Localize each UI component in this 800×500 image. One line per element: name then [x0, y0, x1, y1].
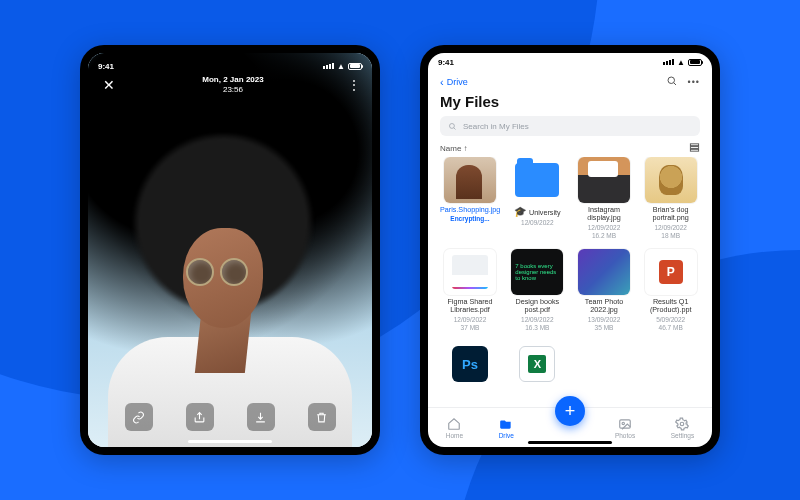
- file-item[interactable]: Figma Shared Libraries.pdf 12/09/2022 37…: [440, 249, 500, 335]
- folder-icon: [511, 157, 563, 203]
- tab-settings[interactable]: Settings: [671, 417, 695, 439]
- files-screen: 9:41 ▲ ‹ Drive ••• My Files: [428, 53, 712, 447]
- tab-photos[interactable]: Photos: [615, 417, 635, 439]
- tab-bar: Home Drive Photos Settings +: [428, 407, 712, 447]
- tablet-files-app: 9:41 ▲ ‹ Drive ••• My Files: [420, 45, 720, 455]
- wifi-icon: ▲: [337, 62, 345, 71]
- sort-button[interactable]: Name ↑: [440, 144, 468, 153]
- svg-rect-4: [690, 149, 698, 151]
- download-icon[interactable]: [247, 403, 275, 431]
- share-icon[interactable]: [186, 403, 214, 431]
- status-time: 9:41: [98, 62, 114, 71]
- wifi-icon: ▲: [677, 58, 685, 67]
- file-thumbnail: [645, 157, 697, 203]
- file-item[interactable]: Paris.Shopping.jpg Encrypting...: [440, 157, 500, 243]
- file-item[interactable]: P Results Q1 (Product).ppt 5/09/2022 46.…: [641, 249, 700, 335]
- search-icon: [448, 122, 457, 131]
- photoshop-icon: Ps: [452, 346, 488, 382]
- file-thumbnail: [578, 249, 630, 295]
- link-icon[interactable]: [125, 403, 153, 431]
- excel-icon: X: [519, 346, 555, 382]
- powerpoint-icon: P: [659, 260, 683, 284]
- page-title: My Files: [440, 93, 700, 110]
- fab-add-button[interactable]: +: [555, 396, 585, 426]
- home-icon: [447, 417, 461, 431]
- back-label: Drive: [447, 77, 468, 87]
- search-input[interactable]: Search in My Files: [440, 116, 700, 136]
- more-icon[interactable]: •••: [688, 77, 700, 87]
- file-thumbnail: 7 books every designer needs to know: [511, 249, 563, 295]
- file-thumbnail: P: [645, 249, 697, 295]
- file-item[interactable]: 7 books every designer needs to know Des…: [508, 249, 567, 335]
- svg-rect-2: [690, 144, 698, 146]
- file-item[interactable]: Ps: [440, 341, 500, 407]
- status-bar: 9:41 ▲: [428, 53, 712, 71]
- signal-icon: [323, 63, 334, 69]
- folder-item[interactable]: 🎓University 12/09/2022: [508, 157, 567, 243]
- file-thumbnail: X: [511, 341, 563, 387]
- search-icon[interactable]: [666, 75, 678, 89]
- trash-icon[interactable]: [308, 403, 336, 431]
- file-item[interactable]: Brian's dog portrait.png 12/09/2022 18 M…: [641, 157, 700, 243]
- gear-icon: [675, 417, 689, 431]
- svg-point-7: [681, 422, 685, 426]
- svg-point-6: [622, 422, 624, 424]
- svg-rect-3: [690, 147, 698, 149]
- graduation-cap-icon: 🎓: [514, 206, 526, 217]
- battery-icon: [688, 59, 702, 66]
- view-toggle-icon[interactable]: [689, 142, 700, 155]
- file-thumbnail: [578, 157, 630, 203]
- tab-drive[interactable]: Drive: [499, 417, 514, 439]
- arrow-up-icon: ↑: [464, 144, 468, 153]
- file-item[interactable]: Instagram display.jpg 12/09/2022 16.2 MB: [575, 157, 634, 243]
- chevron-left-icon: ‹: [440, 76, 444, 88]
- more-icon[interactable]: ⋮: [348, 78, 360, 92]
- home-indicator[interactable]: [188, 440, 272, 443]
- photos-icon: [618, 417, 632, 431]
- file-thumbnail: [444, 157, 496, 203]
- home-indicator[interactable]: [528, 441, 612, 444]
- photo-screen: 9:41 ▲ ✕ Mon, 2 Jan 2023 23:56 ⋮: [88, 53, 372, 447]
- close-icon[interactable]: ✕: [100, 77, 118, 93]
- signal-icon: [663, 59, 674, 65]
- status-bar: 9:41 ▲: [88, 57, 372, 75]
- file-item[interactable]: Team Photo 2022.jpg 13/09/2022 35 MB: [575, 249, 634, 335]
- status-time: 9:41: [438, 58, 454, 67]
- search-placeholder: Search in My Files: [463, 122, 529, 131]
- portrait-illustration: [88, 133, 372, 447]
- photo-date: Mon, 2 Jan 2023 23:56: [202, 75, 263, 94]
- svg-point-0: [668, 77, 675, 84]
- file-item[interactable]: X: [508, 341, 567, 407]
- tablet-photo-viewer: 9:41 ▲ ✕ Mon, 2 Jan 2023 23:56 ⋮: [80, 45, 380, 455]
- file-thumbnail: [444, 249, 496, 295]
- files-grid: Paris.Shopping.jpg Encrypting... 🎓Univer…: [428, 157, 712, 407]
- back-button[interactable]: ‹ Drive: [440, 76, 468, 88]
- battery-icon: [348, 63, 362, 70]
- drive-icon: [499, 417, 513, 431]
- file-thumbnail: Ps: [444, 341, 496, 387]
- tab-home[interactable]: Home: [446, 417, 463, 439]
- svg-point-1: [450, 123, 455, 128]
